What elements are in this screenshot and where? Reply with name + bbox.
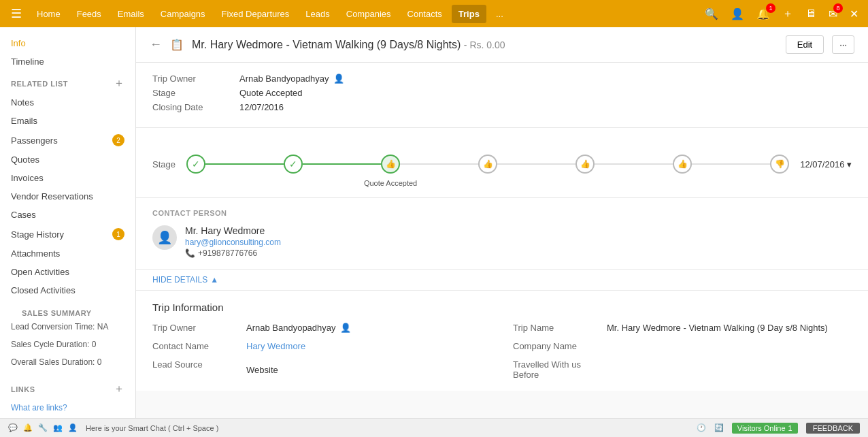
status-icon-4[interactable]: 👥 <box>53 423 63 432</box>
nav-contacts[interactable]: Contacts <box>401 5 449 23</box>
nav-trips[interactable]: Trips <box>452 5 486 23</box>
links-add-icon[interactable]: ＋ <box>114 382 124 396</box>
status-icon-5[interactable]: 👤 <box>68 423 78 432</box>
sidebar: Info Timeline RELATED LIST ＋ Notes Email… <box>0 27 136 418</box>
lead-source-field: Lead Source Website <box>152 359 491 380</box>
closed-activities-label: Closed Activities <box>11 285 76 295</box>
invoices-label: Invoices <box>11 173 44 183</box>
main-layout: Info Timeline RELATED LIST ＋ Notes Email… <box>0 27 868 418</box>
hide-details-label: HIDE DETAILS <box>152 275 207 285</box>
edit-button[interactable]: Edit <box>786 35 824 54</box>
notification-icon[interactable]: 🔔 1 <box>752 5 774 23</box>
sidebar-item-vendor-reservations[interactable]: Vendor Reservations <box>0 187 135 206</box>
trip-basic-info: Trip Owner Arnab Bandyopadhyay 👤 Stage Q… <box>136 63 868 128</box>
notification-badge: 1 <box>766 3 775 13</box>
add-icon[interactable]: ＋ <box>778 4 797 24</box>
trip-owner-value: Arnab Bandyopadhyay 👤 <box>239 74 344 84</box>
cases-label: Cases <box>11 210 36 220</box>
stage-node-6[interactable]: 👍 <box>673 155 692 174</box>
status-bar-icons: 💬 🔔 🔧 👥 👤 <box>8 423 78 432</box>
stage-node-7[interactable]: 👎 <box>770 155 789 174</box>
sidebar-item-cases[interactable]: Cases <box>0 206 135 224</box>
stage-spacer-3 <box>400 163 478 165</box>
stage-section: Stage ✓ ✓ 👍 Quote Accepted <box>136 128 868 198</box>
lead-conversion-time: Lead Conversion Time: NA <box>0 318 135 336</box>
nav-leads[interactable]: Leads <box>299 5 336 23</box>
contact-email[interactable]: hary@glionconsulting.com <box>185 238 281 247</box>
nav-more[interactable]: ... <box>489 5 510 23</box>
stage-bar-label: Stage <box>152 159 176 169</box>
nav-feeds[interactable]: Feeds <box>70 5 108 23</box>
sidebar-item-passengers[interactable]: Passengers 2 <box>0 130 135 150</box>
status-icon-3[interactable]: 🔧 <box>38 423 48 432</box>
status-icon-2[interactable]: 🔔 <box>23 423 33 432</box>
stage-value: Quote Accepted <box>239 88 303 98</box>
close-icon[interactable]: ✕ <box>846 5 863 23</box>
sidebar-item-invoices[interactable]: Invoices <box>0 169 135 187</box>
sidebar-item-stage-history[interactable]: Stage History 1 <box>0 224 135 244</box>
nav-campaigns[interactable]: Campaigns <box>154 5 212 23</box>
related-list-add-icon[interactable]: ＋ <box>114 76 124 91</box>
stage-track: ✓ ✓ 👍 Quote Accepted 👍 👍 <box>186 147 789 181</box>
sidebar-item-timeline[interactable]: Timeline <box>0 52 135 71</box>
contact-name-info-label: Contact Name <box>152 341 241 351</box>
phone-icon: 📞 <box>185 248 195 258</box>
nav-emails[interactable]: Emails <box>111 5 151 23</box>
stage-node-3[interactable]: 👍 <box>381 155 400 174</box>
contact-avatar: 👤 <box>152 225 177 250</box>
sidebar-item-notes[interactable]: Notes <box>0 93 135 112</box>
hamburger-icon[interactable]: ☰ <box>5 3 27 24</box>
mail-icon[interactable]: ✉ 8 <box>824 5 841 23</box>
passengers-badge: 2 <box>112 134 124 146</box>
links-header: LINKS ＋ <box>0 376 135 399</box>
nav-fixed-departures[interactable]: Fixed Departures <box>215 5 297 23</box>
trip-info-grid: Trip Owner Arnab Bandyopadhyay 👤 Trip Na… <box>152 323 852 380</box>
sidebar-item-closed-activities[interactable]: Closed Activities <box>0 281 135 300</box>
trip-icon: 📋 <box>170 38 184 51</box>
stage-node-2[interactable]: ✓ <box>284 155 303 174</box>
stage-progress-bar: Stage ✓ ✓ 👍 Quote Accepted <box>152 147 852 181</box>
hide-details-bar[interactable]: HIDE DETAILS ▲ <box>136 270 868 291</box>
sales-cycle-duration: Sales Cycle Duration: 0 <box>0 336 135 353</box>
stage-node-5[interactable]: 👍 <box>575 155 595 174</box>
notes-label: Notes <box>11 97 34 108</box>
feedback-button[interactable]: FEEDBACK <box>806 423 860 434</box>
stage-date[interactable]: 12/07/2016 ▾ <box>800 159 852 169</box>
sidebar-item-attachments[interactable]: Attachments <box>0 244 135 263</box>
screen-icon[interactable]: 🖥 <box>801 5 820 22</box>
more-options-button[interactable]: ··· <box>832 35 854 54</box>
main-content: ← 📋 Mr. Hary Wedmore - Vietnam Walking (… <box>136 27 868 418</box>
stage-spacer-2 <box>303 163 381 165</box>
hide-details-icon: ▲ <box>210 275 218 285</box>
passengers-label: Passengers <box>11 135 58 146</box>
stage-node-4[interactable]: 👍 <box>478 155 497 174</box>
status-bar-right: 🕐 🔄 Visitors Online 1 FEEDBACK <box>697 423 860 434</box>
page-header: ← 📋 Mr. Hary Wedmore - Vietnam Walking (… <box>136 27 868 63</box>
contact-name-info-value[interactable]: Hary Wedmore <box>246 341 491 351</box>
travelled-with-label: Travelled With us Before <box>513 359 601 380</box>
nav-companies[interactable]: Companies <box>339 5 398 23</box>
contact-info: Mr. Hary Wedmore hary@glionconsulting.co… <box>185 225 281 258</box>
sidebar-item-open-activities[interactable]: Open Activities <box>0 263 135 281</box>
user-icon[interactable]: 👤 <box>727 5 748 23</box>
status-icon-1[interactable]: 💬 <box>8 423 18 432</box>
sidebar-item-quotes[interactable]: Quotes <box>0 150 135 169</box>
company-name-field: Company Name <box>513 341 852 351</box>
back-button[interactable]: ← <box>150 37 162 52</box>
sidebar-item-links[interactable]: What are links? <box>0 399 135 417</box>
stage-node-1[interactable]: ✓ <box>186 155 205 174</box>
sidebar-item-info[interactable]: Info <box>0 34 135 52</box>
status-time-icon: 🕐 <box>697 423 706 432</box>
sidebar-item-emails[interactable]: Emails <box>0 112 135 130</box>
sales-summary-title: SALES SUMMARY <box>11 304 103 320</box>
contact-card: 👤 Mr. Hary Wedmore hary@glionconsulting.… <box>152 225 852 258</box>
nav-home[interactable]: Home <box>30 5 67 23</box>
contact-person-title: CONTACT PERSON <box>152 209 852 217</box>
search-icon[interactable]: 🔍 <box>701 5 722 23</box>
smart-chat-text: Here is your Smart Chat ( Ctrl + Space ) <box>86 424 218 432</box>
lead-source-value: Website <box>246 359 491 380</box>
attachments-label: Attachments <box>11 248 60 259</box>
closing-date-value: 12/07/2016 <box>239 102 284 112</box>
stage-node-3-wrapper: 👍 Quote Accepted <box>381 155 400 174</box>
contact-name[interactable]: Mr. Hary Wedmore <box>185 225 281 236</box>
